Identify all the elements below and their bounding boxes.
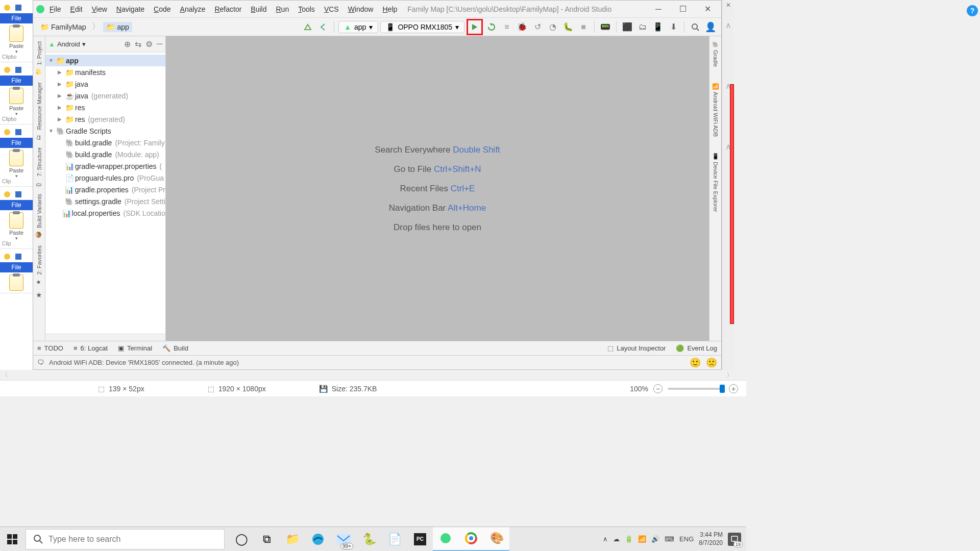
search-button[interactable] <box>689 20 702 34</box>
paste-drop[interactable]: ▾ <box>15 111 18 116</box>
tree-hscroll[interactable] <box>45 334 165 341</box>
bottom-tool-layout-inspector[interactable]: ⬚Layout Inspector <box>607 344 666 352</box>
profile-button[interactable]: ◔ <box>546 20 559 34</box>
paste-label[interactable]: Paste <box>9 230 23 236</box>
sad-face-icon[interactable]: 🙁 <box>706 357 717 368</box>
zoom-in-button[interactable]: + <box>729 384 738 393</box>
scroll-right-icon[interactable]: 〉 <box>725 371 734 379</box>
tree-item-settings-gradle[interactable]: 🐘settings.gradle(Project Setti <box>45 195 165 207</box>
paste-drop[interactable]: ▾ <box>15 236 18 241</box>
tree-item-build-gradle[interactable]: 🐘build.gradle(Project: Family <box>45 137 165 148</box>
happy-face-icon[interactable]: 🙂 <box>690 357 701 368</box>
battery-icon[interactable]: 🔋 <box>625 535 633 543</box>
sdk-manager-button[interactable]: ⬛ <box>621 20 634 34</box>
edge-icon[interactable] <box>305 527 331 552</box>
favorites-star-icon[interactable]: ★ <box>36 291 42 299</box>
file-tab[interactable]: File <box>0 262 33 272</box>
bottom-tool-build[interactable]: 🔨Build <box>162 344 188 352</box>
right-tool-device-file-explorer[interactable]: 📱Device File Explorer <box>711 150 720 215</box>
device-dropdown[interactable]: 📱 OPPO RMX1805 ▾ <box>380 21 464 33</box>
right-tool-android-wifi-adb[interactable]: 📶Android WiFi ADB <box>711 80 720 140</box>
scroll-left-icon[interactable]: 〈 <box>0 371 9 379</box>
paste-label[interactable]: Paste <box>9 105 23 111</box>
paste-drop[interactable]: ▾ <box>15 173 18 179</box>
project-tree[interactable]: ▼📁app▶📁manifests▶📁java▶☕java(generated)▶… <box>45 53 165 334</box>
menu-tools[interactable]: Tools <box>294 3 319 15</box>
breadcrumb-root[interactable]: 📁 FamilyMap <box>37 22 89 32</box>
resource-manager-button[interactable]: 🗂 <box>636 20 649 34</box>
avd-manager-button[interactable]: 📟 <box>599 20 612 34</box>
keyboard-icon[interactable]: ⌨ <box>665 535 674 543</box>
zoom-out-button[interactable]: − <box>653 384 663 393</box>
volume-icon[interactable]: 🔊 <box>651 535 659 543</box>
file-explorer-icon[interactable]: 📁 <box>280 527 305 552</box>
settings-button[interactable]: ⚙ <box>145 39 153 49</box>
menu-refactor[interactable]: Refactor <box>210 3 246 15</box>
attach-debugger-button[interactable]: 🐛 <box>561 20 575 34</box>
maximize-button[interactable]: ☐ <box>671 2 695 17</box>
close-button[interactable]: ✕ <box>696 2 719 17</box>
hide-button[interactable]: ─ <box>157 39 162 49</box>
bottom-tool-todo[interactable]: ≡TODO <box>37 344 63 352</box>
taskbar-search[interactable] <box>26 529 225 549</box>
menu-vcs[interactable]: VCS <box>320 3 343 15</box>
file-tab[interactable]: File <box>0 200 33 210</box>
layout-inspector-button[interactable]: ⬇ <box>667 20 680 34</box>
menu-build[interactable]: Build <box>247 3 271 15</box>
paste-drop[interactable]: ▾ <box>15 49 18 54</box>
start-button[interactable] <box>0 527 24 552</box>
tray-chevron-icon[interactable]: ∧ <box>603 535 608 543</box>
android-studio-task-icon[interactable] <box>433 527 458 552</box>
onedrive-icon[interactable]: ☁ <box>613 535 620 543</box>
bottom-tool-event-log[interactable]: 🟢Event Log <box>676 344 717 352</box>
debug-button[interactable]: 🐞 <box>516 20 529 34</box>
chrome-icon[interactable] <box>458 527 484 552</box>
close-icon[interactable]: ✕ <box>722 0 734 10</box>
tree-item-local-properties[interactable]: 📊local.properties(SDK Locatio <box>45 207 165 219</box>
file-tab[interactable]: File <box>0 138 33 148</box>
action-center-button[interactable]: 19 <box>728 533 741 546</box>
paste-label[interactable]: Paste <box>9 43 23 49</box>
stop-button[interactable]: ■ <box>577 20 590 34</box>
menu-analyze[interactable]: Analyze <box>176 3 210 15</box>
bottom-tool-terminal[interactable]: ▣Terminal <box>118 344 152 352</box>
menu-file[interactable]: File <box>45 3 65 15</box>
left-tool-1--project[interactable]: 📁1: Project <box>34 38 44 78</box>
menu-edit[interactable]: Edit <box>66 3 87 15</box>
zoom-slider[interactable] <box>668 388 724 390</box>
collapse-all-button[interactable]: ⇆ <box>135 39 141 49</box>
select-opened-file-button[interactable]: ⊕ <box>124 39 131 49</box>
tray-clock[interactable]: 3:44 PM 8/7/2020 <box>699 531 723 547</box>
file-tab[interactable]: File <box>0 76 33 86</box>
menu-window[interactable]: Window <box>344 3 378 15</box>
tree-item-gradle-scripts[interactable]: ▼🐘Gradle Scripts <box>45 125 165 137</box>
menu-run[interactable]: Run <box>272 3 293 15</box>
apply-code-button[interactable]: ≡ <box>500 20 513 34</box>
run-button[interactable] <box>469 21 480 33</box>
run-config-dropdown[interactable]: ▲ app ▾ <box>338 21 378 33</box>
notification-icon[interactable]: 🗨 <box>37 359 44 366</box>
sync-gradle-button[interactable] <box>301 20 314 34</box>
tree-item-gradle-wrapper-properties[interactable]: 📊gradle-wrapper.properties( <box>45 160 165 172</box>
language-indicator[interactable]: ENG <box>679 535 694 543</box>
left-tool-build-variants[interactable]: 📦Build Variants <box>34 191 44 241</box>
outer-hscroll[interactable]: 〈 〉 <box>0 370 734 380</box>
left-tool-2--favorites[interactable]: ★2: Favorites <box>34 242 44 288</box>
file-tab[interactable]: File <box>0 13 33 23</box>
right-tool-gradle[interactable]: 🐘Gradle <box>711 38 720 70</box>
apply-changes-button[interactable] <box>485 20 498 34</box>
back-arrow-icon[interactable] <box>316 20 330 34</box>
help-icon[interactable]: ? <box>967 5 978 16</box>
left-tool-resource-manager[interactable]: 🗂Resource Manager <box>34 79 44 143</box>
tree-item-java[interactable]: ▶📁java <box>45 78 165 90</box>
project-view-selector[interactable]: ▲ Android ▾ <box>48 40 86 48</box>
wifi-icon[interactable]: 📶 <box>638 535 646 543</box>
tree-item-app[interactable]: ▼📁app <box>45 55 165 66</box>
paint-icon[interactable]: 🎨 <box>484 527 509 552</box>
tree-item-java[interactable]: ▶☕java(generated) <box>45 90 165 102</box>
menu-code[interactable]: Code <box>150 3 175 15</box>
pycharm-icon[interactable]: PC <box>407 527 433 552</box>
left-tool-7--structure[interactable]: {}7: Structure <box>34 144 44 190</box>
notepad-icon[interactable]: 📄 <box>382 527 407 552</box>
device-manager-button[interactable]: 📱 <box>651 20 665 34</box>
